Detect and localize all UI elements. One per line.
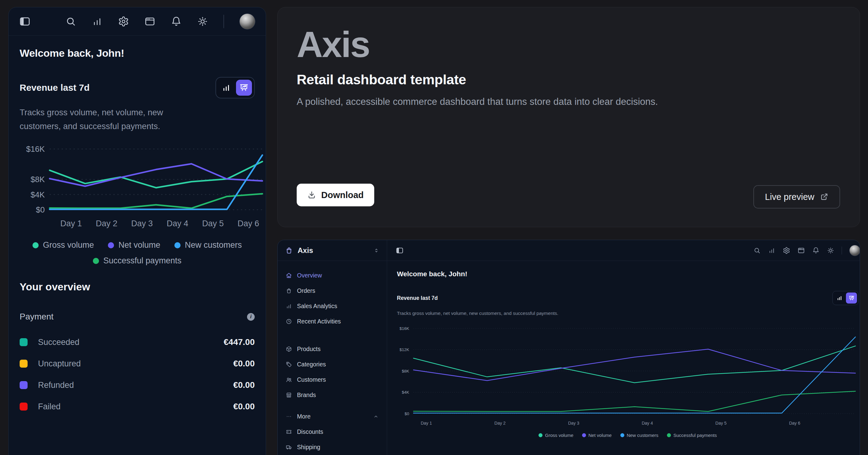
sun-button[interactable] bbox=[197, 16, 208, 27]
svg-text:Day 4: Day 4 bbox=[167, 219, 188, 228]
download-icon bbox=[307, 190, 316, 200]
search-icon bbox=[753, 247, 761, 254]
dashboard-toolbar bbox=[8, 7, 266, 36]
hero-brand: Axis bbox=[297, 26, 840, 64]
user-avatar-image bbox=[239, 13, 255, 29]
sidebar-item-label: Discounts bbox=[297, 428, 323, 435]
package-icon bbox=[286, 346, 292, 352]
welcome-heading: Welcome back, John! bbox=[20, 47, 255, 59]
sidebar-item-customers[interactable]: Customers bbox=[286, 372, 379, 387]
sun-button[interactable] bbox=[827, 247, 834, 254]
payment-status-label: Succeeded bbox=[38, 338, 80, 347]
legend-item: Net volume bbox=[108, 240, 160, 250]
sidebar-item-brands[interactable]: Brands bbox=[286, 387, 379, 402]
panel-left-toggle-button[interactable] bbox=[19, 16, 31, 27]
line-chart-view-button[interactable] bbox=[846, 293, 857, 304]
payment-status-label: Uncaptured bbox=[38, 359, 81, 368]
panel-left-toggle-button[interactable] bbox=[396, 246, 404, 254]
preview-toolbar bbox=[387, 240, 860, 261]
svg-text:$4K: $4K bbox=[31, 190, 45, 199]
workspace-switcher-button[interactable] bbox=[373, 247, 379, 253]
preview-brand-header: Axis bbox=[278, 240, 387, 261]
svg-text:Day 6: Day 6 bbox=[238, 219, 259, 228]
svg-text:$4K: $4K bbox=[402, 390, 409, 395]
download-label: Download bbox=[321, 190, 364, 200]
live-preview-button[interactable]: Live preview bbox=[753, 185, 840, 209]
bar-chart-icon bbox=[222, 83, 231, 92]
line-chart-view-button[interactable] bbox=[236, 80, 252, 96]
toolbar-icon-group bbox=[65, 13, 255, 29]
chart-legend: Gross volumeNet volumeNew customersSucce… bbox=[397, 433, 859, 438]
svg-text:Day 5: Day 5 bbox=[715, 421, 727, 426]
svg-text:$8K: $8K bbox=[402, 369, 409, 373]
truck-icon bbox=[286, 444, 292, 450]
hero-description: A polished, accessible commerce dashboar… bbox=[297, 94, 674, 109]
sidebar-item-label: Categories bbox=[297, 361, 326, 368]
shopping-bag-icon bbox=[286, 287, 292, 294]
sidebar-item-overview[interactable]: Overview bbox=[286, 268, 379, 283]
search-button[interactable] bbox=[65, 16, 76, 27]
bar-chart-button[interactable] bbox=[92, 16, 103, 27]
sidebar-item-shipping[interactable]: Shipping bbox=[286, 439, 379, 455]
sidebar-item-recent-activities[interactable]: Recent Activities bbox=[286, 314, 379, 329]
browser-icon bbox=[144, 16, 155, 27]
payment-info-button[interactable]: i bbox=[247, 313, 255, 321]
bar-chart-icon bbox=[286, 303, 292, 309]
svg-text:$0: $0 bbox=[405, 412, 409, 416]
legend-label: Gross volume bbox=[545, 433, 574, 438]
payment-amount: €447.00 bbox=[224, 337, 255, 347]
sidebar-item-label: Brands bbox=[297, 392, 316, 399]
user-avatar-image bbox=[849, 245, 860, 256]
payment-status-label: Refunded bbox=[38, 381, 74, 390]
settings-button[interactable] bbox=[118, 16, 129, 27]
search-button[interactable] bbox=[753, 247, 761, 254]
revenue-description: Tracks gross volume, net volume, new cus… bbox=[20, 106, 194, 133]
bar-chart-view-button[interactable] bbox=[218, 80, 234, 96]
revenue-chart-small: $16K$12K$8K$4K$0Day 1Day 2Day 3Day 4Day … bbox=[397, 323, 859, 430]
zoomed-dashboard-panel: Welcome back, John! Revenue last 7d Trac… bbox=[8, 7, 266, 455]
sidebar-item-orders[interactable]: Orders bbox=[286, 283, 379, 298]
chevrons-up-down-icon bbox=[373, 247, 379, 253]
payment-breakdown-list: Succeeded€447.00Uncaptured€0.00Refunded€… bbox=[20, 331, 255, 417]
bell-button[interactable] bbox=[812, 247, 819, 254]
browser-button[interactable] bbox=[144, 16, 155, 27]
browser-icon bbox=[798, 247, 805, 254]
sidebar-item-sales-analytics[interactable]: Sales Analytics bbox=[286, 298, 379, 314]
sidebar-item-label: Products bbox=[297, 345, 320, 353]
download-button[interactable]: Download bbox=[297, 184, 374, 206]
external-link-icon bbox=[820, 192, 829, 201]
bell-button[interactable] bbox=[171, 16, 182, 27]
bar-chart-view-button[interactable] bbox=[834, 293, 845, 304]
sidebar-item-label: Shipping bbox=[297, 444, 320, 451]
bar-chart-icon bbox=[768, 247, 775, 254]
avatar[interactable] bbox=[239, 13, 255, 29]
status-color-swatch bbox=[20, 381, 28, 389]
legend-item: New customers bbox=[175, 240, 242, 250]
svg-text:Day 4: Day 4 bbox=[642, 421, 653, 426]
bar-chart-button[interactable] bbox=[768, 247, 775, 254]
tag-icon bbox=[286, 361, 292, 368]
sidebar-item-more[interactable]: More bbox=[286, 409, 379, 424]
legend-label: Net volume bbox=[588, 433, 612, 438]
sidebar-nav: OverviewOrdersSales AnalyticsRecent Acti… bbox=[286, 268, 379, 455]
brand-name: Axis bbox=[298, 246, 313, 255]
browser-button[interactable] bbox=[798, 247, 805, 254]
svg-text:$16K: $16K bbox=[26, 144, 45, 154]
revenue-chart-large: $16K$8K$4K$0Day 1Day 2Day 3Day 4Day 5Day… bbox=[20, 141, 265, 234]
payment-section-title: Payment bbox=[20, 312, 54, 322]
sidebar-item-label: Sales Analytics bbox=[297, 303, 337, 310]
svg-text:Day 6: Day 6 bbox=[789, 421, 800, 426]
sidebar-item-categories[interactable]: Categories bbox=[286, 357, 379, 372]
sidebar-item-products[interactable]: Products bbox=[286, 341, 379, 357]
shopping-bag-icon bbox=[285, 246, 293, 254]
chevron-up-icon bbox=[373, 414, 379, 419]
panel-left-icon bbox=[396, 246, 404, 254]
legend-dot bbox=[620, 433, 624, 437]
settings-button[interactable] bbox=[783, 247, 790, 254]
ellipsis-icon bbox=[286, 413, 292, 420]
sidebar-item-discounts[interactable]: Discounts bbox=[286, 424, 379, 439]
sidebar-item-label: Overview bbox=[297, 272, 322, 279]
sidebar-item-label: Customers bbox=[297, 376, 326, 383]
avatar[interactable] bbox=[849, 245, 860, 256]
legend-dot bbox=[538, 433, 542, 437]
